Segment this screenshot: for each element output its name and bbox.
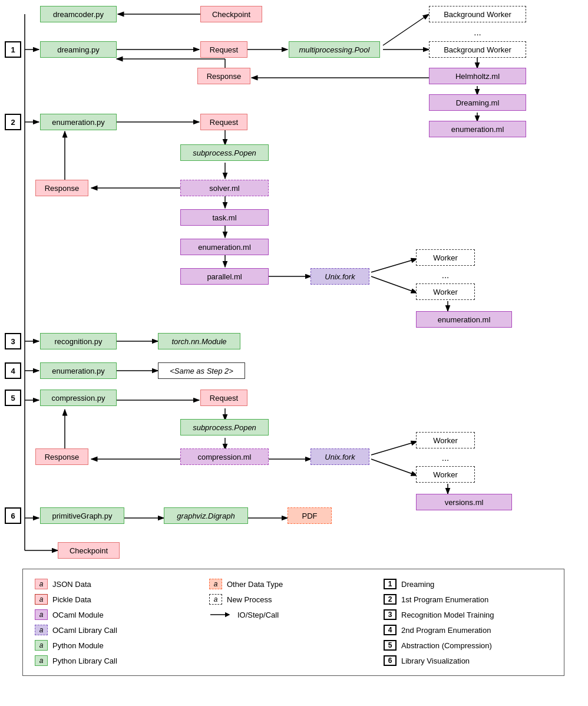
legend-step5: 5 Abstraction (Compression): [384, 640, 552, 651]
svg-line-32: [371, 441, 417, 455]
dreamcoder-node: dreamcoder.py: [40, 6, 117, 22]
legend-python-label: Python Module: [52, 641, 104, 650]
worker1a-node: Worker: [416, 249, 475, 266]
legend-pickle-box: a: [35, 594, 48, 605]
legend-arrow-box: [209, 609, 233, 620]
legend-ocaml-lib: a OCaml Library Call: [35, 625, 203, 635]
step-6-label: 6: [5, 507, 21, 524]
sameasstep2-node: <Same as Step 2>: [158, 362, 245, 379]
parallelml-node: parallel.ml: [180, 268, 269, 285]
step-2-label: 2: [5, 114, 21, 130]
helmholtz-node: Helmholtz.ml: [429, 68, 526, 84]
bgworker2-node: Background Worker: [429, 41, 526, 58]
bgworker1-node: Background Worker: [429, 6, 526, 22]
versionsml-node: versions.ml: [416, 494, 512, 510]
legend-ocaml-label: OCaml Module: [52, 611, 104, 619]
legend-python-lib-box: a: [35, 655, 48, 666]
step-3-label: 3: [5, 333, 21, 349]
legend-other-box: a: [209, 579, 222, 589]
legend-arrow-label: IO/Step/Call: [237, 611, 279, 619]
legend-step4-label: 2nd Program Enumeration: [401, 626, 491, 635]
graphvizdig-node: graphviz.Digraph: [164, 507, 248, 524]
checkpoint2-node: Checkpoint: [58, 542, 120, 559]
enumerationml1-node: enumeration.ml: [429, 121, 526, 137]
diagram-area: 1 2 3 4 5 6 dreamcoder.py Checkpoint dre…: [0, 0, 588, 566]
step-5-label: 5: [5, 390, 21, 406]
legend-ocaml-lib-box: a: [35, 625, 48, 635]
legend-step6-label: Library Visualization: [401, 656, 470, 665]
worker2b-node: Worker: [416, 466, 475, 483]
legend-arrow-item: IO/Step/Call: [209, 609, 378, 620]
enumerationml2-node: enumeration.ml: [180, 239, 269, 255]
step-4-label: 4: [5, 362, 21, 379]
legend-ocaml: a OCaml Module: [35, 609, 203, 620]
legend-step4: 4 2nd Program Enumeration: [384, 625, 552, 635]
legend-python-lib-label: Python Library Call: [52, 656, 117, 665]
legend-ocaml-lib-label: OCaml Library Call: [52, 626, 117, 635]
legend-json-box: a: [35, 579, 48, 589]
enumeration1-node: enumeration.py: [40, 114, 117, 130]
worker1b-node: Worker: [416, 283, 475, 300]
legend-pickle-label: Pickle Data: [52, 595, 91, 604]
compression-node: compression.py: [40, 390, 117, 406]
bg-dots: ...: [429, 27, 526, 37]
svg-line-4: [383, 14, 429, 45]
legend-step2-label: 1st Program Enumeration: [401, 595, 488, 604]
svg-line-22: [371, 276, 417, 293]
legend-step5-box: 5: [384, 640, 397, 651]
legend-step1: 1 Dreaming: [384, 579, 552, 589]
legend-step5-label: Abstraction (Compression): [401, 641, 492, 650]
enumeration2-node: enumeration.py: [40, 362, 117, 379]
unixfork1-node: Unix.fork: [310, 268, 369, 285]
compressionml-node: compression.ml: [180, 448, 269, 465]
legend-step4-box: 4: [384, 625, 397, 635]
pdf-node: PDF: [288, 507, 332, 524]
request2-node: Request: [200, 114, 247, 130]
multipool-node: multiprocessing.Pool: [289, 41, 380, 58]
legend-other-label: Other Data Type: [227, 580, 283, 589]
arrows-svg: [0, 0, 588, 566]
legend-json: a JSON Data: [35, 579, 203, 589]
dreamingml-node: Dreaming.ml: [429, 94, 526, 111]
legend-newprocess-label: New Process: [227, 595, 272, 604]
step-1-label: 1: [5, 41, 21, 58]
svg-line-21: [371, 259, 417, 272]
worker2a-node: Worker: [416, 432, 475, 448]
response1-node: Response: [197, 68, 250, 84]
legend-step2-box: 2: [384, 594, 397, 605]
legend-step3-label: Recognition Model Training: [401, 611, 494, 619]
checkpoint1-node: Checkpoint: [200, 6, 262, 22]
legend-pickle: a Pickle Data: [35, 594, 203, 605]
legend-step6-box: 6: [384, 655, 397, 666]
legend-json-label: JSON Data: [52, 580, 91, 589]
legend-python: a Python Module: [35, 640, 203, 651]
solverml-node: solver.ml: [180, 180, 269, 196]
subpopen2-node: subprocess.Popen: [180, 419, 269, 436]
enumerationml3-node: enumeration.ml: [416, 311, 512, 328]
legend-python-lib: a Python Library Call: [35, 655, 203, 666]
recognition-node: recognition.py: [40, 333, 117, 349]
legend: a JSON Data a Pickle Data a OCaml Module…: [22, 569, 564, 676]
legend-other: a Other Data Type: [209, 579, 378, 589]
legend-step3-box: 3: [384, 609, 397, 620]
torchmod-node: torch.nn.Module: [158, 333, 240, 349]
response3-node: Response: [35, 448, 88, 465]
legend-step1-box: 1: [384, 579, 397, 589]
request3-node: Request: [200, 390, 247, 406]
primitivegraph-node: primitiveGraph.py: [40, 507, 124, 524]
legend-python-box: a: [35, 640, 48, 651]
svg-line-33: [371, 459, 417, 476]
subpopen1-node: subprocess.Popen: [180, 144, 269, 161]
legend-newprocess-box: a: [209, 594, 222, 605]
legend-newprocess: a New Process: [209, 594, 378, 605]
response2-node: Response: [35, 180, 88, 196]
legend-ocaml-box: a: [35, 609, 48, 620]
worker-dots2: ...: [416, 453, 475, 463]
legend-step2: 2 1st Program Enumeration: [384, 594, 552, 605]
taskml-node: task.ml: [180, 209, 269, 226]
legend-step6: 6 Library Visualization: [384, 655, 552, 666]
dreaming-node: dreaming.py: [40, 41, 117, 58]
worker-dots1: ...: [416, 270, 475, 280]
unixfork2-node: Unix.fork: [310, 448, 369, 465]
request1-node: Request: [200, 41, 247, 58]
